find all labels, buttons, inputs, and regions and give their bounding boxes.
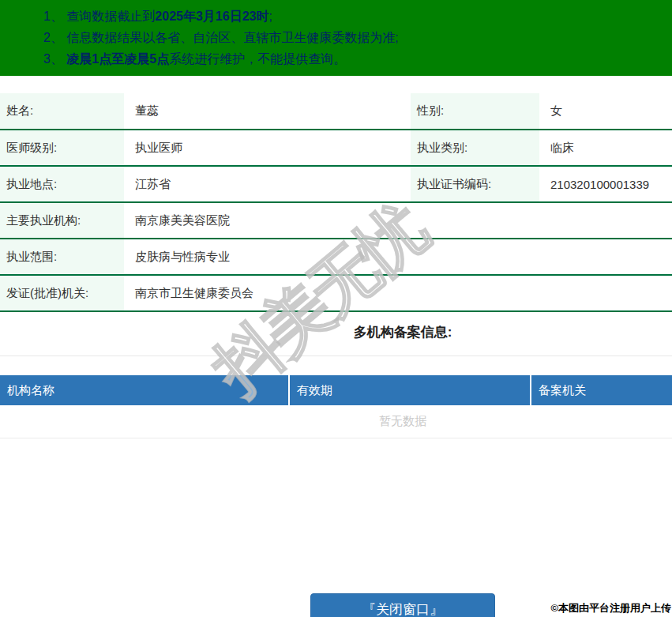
table-row: 医师级别: 执业医师 执业类别: 临床 xyxy=(0,130,672,166)
institution-name-header: 机构名称 xyxy=(0,375,289,405)
doctor-level-label: 医师级别: xyxy=(0,130,124,166)
practice-location-label: 执业地点: xyxy=(0,166,124,202)
notice-line-2-text: 2、 信息数据结果以各省、自治区、直辖市卫生健康委数据为准; xyxy=(43,31,399,44)
main-institution-label: 主要执业机构: xyxy=(0,202,124,239)
name-value: 董蕊 xyxy=(124,93,411,130)
gender-value: 女 xyxy=(539,93,672,130)
notice-line-2: 2、 信息数据结果以各省、自治区、直辖市卫生健康委数据为准; xyxy=(43,27,672,48)
spacer xyxy=(0,438,672,593)
certificate-number-value: 210320100001339 xyxy=(539,166,672,202)
issuing-authority-label: 发证(批准)机关: xyxy=(0,275,124,311)
doctor-level-value: 执业医师 xyxy=(124,130,411,166)
record-authority-header: 备案机关 xyxy=(531,375,672,405)
table-row: 执业地点: 江苏省 执业证书编码: 210320100001339 xyxy=(0,166,672,202)
notice-line-3-bold: 凌晨1点至凌晨5点 xyxy=(66,52,169,66)
no-data-message: 暂无数据 xyxy=(0,405,672,438)
validity-period-header: 有效期 xyxy=(289,375,531,405)
query-result-page: 1、 查询数据截止到2025年3月16日23时; 2、 信息数据结果以各省、自治… xyxy=(0,0,672,617)
multi-institution-table: 机构名称 有效期 备案机关 xyxy=(0,375,672,405)
notice-line-3-text: 3、 xyxy=(43,52,66,66)
table-row: 主要执业机构: 南京康美美容医院 xyxy=(0,202,672,239)
notice-line-1-bold: 2025年3月16日23时 xyxy=(155,9,268,23)
main-institution-value: 南京康美美容医院 xyxy=(124,202,672,239)
table-row: 执业范围: 皮肤病与性病专业 xyxy=(0,239,672,275)
gender-label: 性别: xyxy=(411,93,539,130)
notice-line-1-text: 1、 查询数据截止到 xyxy=(43,9,155,23)
table-header-row: 机构名称 有效期 备案机关 xyxy=(0,375,672,405)
close-window-button[interactable]: 『关闭窗口』 xyxy=(310,593,495,617)
issuing-authority-value: 南京市卫生健康委员会 xyxy=(124,275,672,311)
section-heading: 多机构备案信息: xyxy=(354,323,452,341)
notice-line-3-suffix: 系统进行维护，不能提供查询。 xyxy=(169,52,346,66)
practice-location-value: 江苏省 xyxy=(124,166,411,202)
practice-scope-label: 执业范围: xyxy=(0,239,124,275)
multi-institution-section: 多机构备案信息: xyxy=(0,312,672,356)
notice-banner: 1、 查询数据截止到2025年3月16日23时; 2、 信息数据结果以各省、自治… xyxy=(0,0,672,76)
notice-line-3: 3、 凌晨1点至凌晨5点系统进行维护，不能提供查询。 xyxy=(43,48,672,70)
notice-line-1-suffix: ; xyxy=(268,9,272,23)
certificate-number-label: 执业证书编码: xyxy=(411,166,539,202)
practice-category-label: 执业类别: xyxy=(411,130,539,166)
upload-credit-watermark: ©本图由平台注册用户上传 xyxy=(550,601,671,615)
practice-scope-value: 皮肤病与性病专业 xyxy=(124,239,672,275)
notice-line-1: 1、 查询数据截止到2025年3月16日23时; xyxy=(43,6,672,27)
name-label: 姓名: xyxy=(0,93,124,130)
practitioner-info-table: 姓名: 董蕊 性别: 女 医师级别: 执业医师 执业类别: 临床 执业地点: 江… xyxy=(0,93,672,312)
table-row: 姓名: 董蕊 性别: 女 xyxy=(0,93,672,130)
practice-category-value: 临床 xyxy=(539,130,672,166)
table-row: 发证(批准)机关: 南京市卫生健康委员会 xyxy=(0,275,672,311)
